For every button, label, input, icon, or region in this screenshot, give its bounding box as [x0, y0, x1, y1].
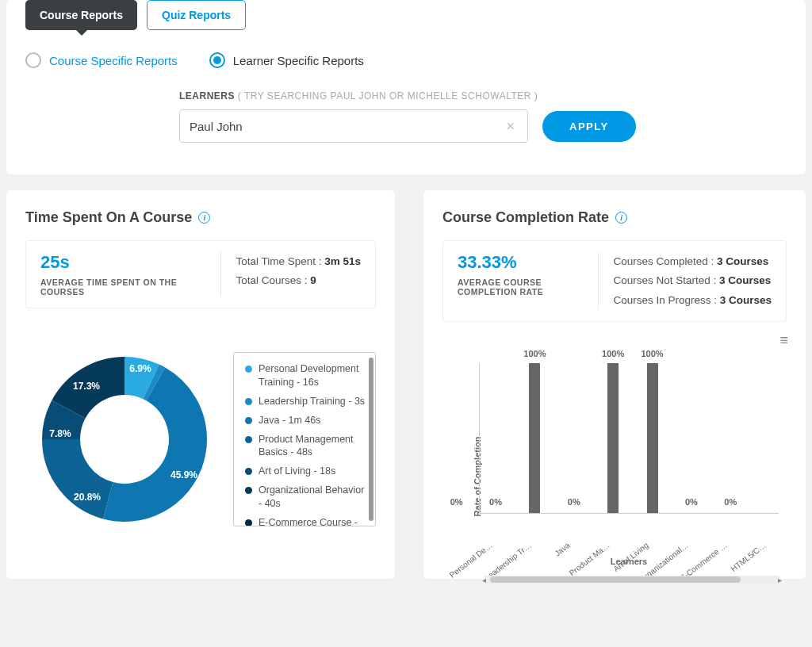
avg-time-label: AVERAGE TIME SPENT ON THE COURSES — [40, 278, 220, 297]
bar-value-label: 0% — [568, 497, 580, 507]
tab-quiz-reports[interactable]: Quiz Reports — [147, 0, 246, 30]
avg-time-value: 25s — [40, 252, 220, 273]
time-details: Total Time Spent : 3m 51s Total Courses … — [220, 252, 361, 297]
avg-completion-label: AVERAGE COURSE COMPLETION RATE — [458, 278, 598, 297]
bar — [607, 363, 619, 513]
info-icon[interactable]: i — [198, 212, 210, 224]
radio-label: Course Specific Reports — [49, 54, 178, 67]
radio-icon — [25, 52, 41, 68]
legend-item[interactable]: Art of Living - 18s — [245, 465, 369, 478]
completion-details: Courses Completed : 3 Courses Courses No… — [598, 252, 772, 310]
bar — [529, 363, 540, 513]
legend-scrollbar[interactable] — [369, 358, 373, 521]
time-spent-card: Time Spent On A Course i 25s AVERAGE TIM… — [6, 190, 395, 579]
legend-item[interactable]: Organizational Behavior - 40s — [245, 484, 369, 511]
card-title: Time Spent On A Course i — [25, 209, 376, 226]
completion-rate-card: Course Completion Rate i 33.33% AVERAGE … — [423, 190, 806, 579]
donut-seg-label: 45.9% — [170, 469, 197, 480]
radio-course-specific[interactable]: Course Specific Reports — [25, 52, 178, 68]
bar-value-label: 100% — [641, 349, 663, 358]
legend-item[interactable]: Product Management Basics - 48s — [245, 433, 369, 460]
donut-legend[interactable]: Personal Development Training - 16s Lead… — [233, 352, 376, 526]
legend-item[interactable]: Personal Development Training - 16s — [245, 362, 369, 389]
bar-value-label: 0% — [450, 497, 463, 507]
legend-item[interactable]: E-Commerce Course - 0s — [245, 516, 369, 526]
dashboard-row: Time Spent On A Course i 25s AVERAGE TIM… — [0, 174, 812, 579]
donut-seg-label: 20.8% — [74, 492, 101, 503]
filter-panel: Course Reports Quiz Reports Course Speci… — [6, 0, 806, 174]
bar-value-label: 0% — [724, 497, 737, 507]
bar-value-label: 100% — [523, 349, 546, 358]
info-icon[interactable]: i — [615, 212, 627, 224]
radio-icon-selected — [209, 52, 225, 68]
chart-menu-icon[interactable]: ≡ — [779, 333, 788, 347]
donut-seg-label: 6.9% — [129, 363, 151, 374]
bar — [647, 363, 658, 513]
chart-horizontal-scrollbar[interactable]: ◂ ▸ — [484, 576, 780, 584]
donut-seg-label: 7.8% — [49, 428, 71, 439]
legend-item[interactable]: Java - 1m 46s — [245, 414, 369, 427]
report-tabs: Course Reports Quiz Reports — [6, 0, 806, 30]
bar-value-label: 0% — [489, 497, 502, 507]
completion-stat-box: 33.33% AVERAGE COURSE COMPLETION RATE Co… — [442, 240, 787, 322]
tab-course-reports[interactable]: Course Reports — [25, 0, 137, 30]
learner-search-box[interactable]: × — [179, 109, 528, 143]
bar-value-label: 0% — [685, 497, 698, 507]
bar-value-label: 100% — [602, 349, 624, 358]
learner-search-input[interactable] — [190, 120, 503, 133]
legend-item[interactable]: Leadership Training - 3s — [245, 395, 369, 408]
card-title: Course Completion Rate i — [442, 209, 787, 226]
donut-seg-label: 17.3% — [73, 381, 100, 392]
completion-bar-chart: Rate of Completion 0% 0% 100% 0% 100% 10… — [442, 363, 787, 569]
clear-icon[interactable]: × — [503, 118, 518, 135]
learner-search-area: LEARNERS ( TRY SEARCHING PAUL JOHN OR MI… — [6, 68, 806, 143]
report-scope-radios: Course Specific Reports Learner Specific… — [6, 30, 806, 68]
radio-label: Learner Specific Reports — [233, 54, 364, 67]
donut-chart: 6.9% 45.9% 20.8% 7.8% 17.3% — [25, 340, 224, 538]
time-stat-box: 25s AVERAGE TIME SPENT ON THE COURSES To… — [25, 240, 376, 308]
avg-completion-value: 33.33% — [458, 252, 598, 273]
search-hint: LEARNERS ( TRY SEARCHING PAUL JOHN OR MI… — [179, 90, 806, 101]
donut-chart-row: 6.9% 45.9% 20.8% 7.8% 17.3% Personal Dev… — [25, 340, 376, 538]
radio-learner-specific[interactable]: Learner Specific Reports — [209, 52, 364, 68]
bar-plot-area: 0% 0% 100% 0% 100% 100% 0% 0% Personal D… — [479, 363, 779, 514]
apply-button[interactable]: APPLY — [542, 111, 636, 142]
